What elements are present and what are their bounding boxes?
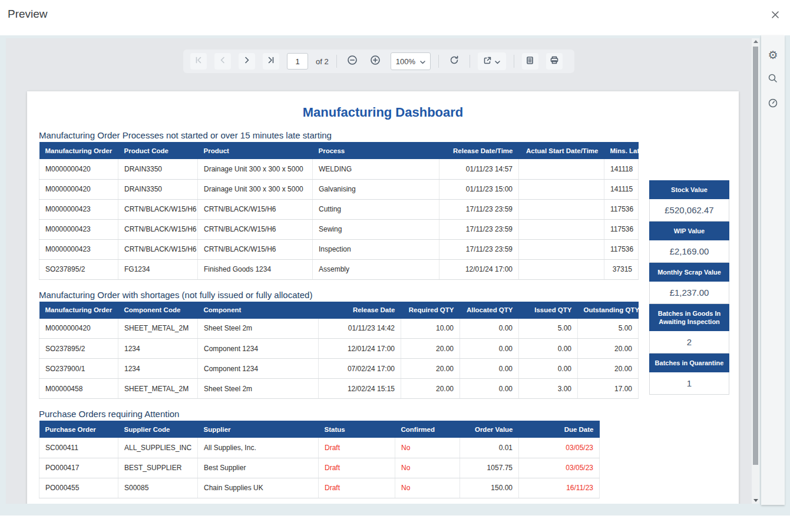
table-row: M0000000423CRTN/BLACK/W15/H6CRTN/BLACK/W… <box>39 199 639 219</box>
table-cell: CRTN/BLACK/W15/H6 <box>198 219 313 239</box>
last-page-icon <box>267 56 275 67</box>
page-count-label: of 2 <box>316 57 329 66</box>
print-icon <box>550 55 559 67</box>
previous-page-icon <box>219 56 227 67</box>
zoom-in-icon <box>370 55 381 68</box>
table-cell: CRTN/BLACK/W15/H6 <box>198 239 313 259</box>
kpi-card-value: £2,169.00 <box>649 240 729 263</box>
table-cell: SO237895/2 <box>39 339 118 359</box>
table-cell: SHEET_METAL_2M <box>118 379 198 399</box>
table-cell: 20.00 <box>578 359 639 379</box>
column-header: Component Code <box>118 302 198 319</box>
column-header: Due Date <box>519 421 600 438</box>
table-cell: Draft <box>319 478 395 498</box>
kpi-card-header: Monthly Scrap Value <box>649 263 729 282</box>
report-tables: Manufacturing Order Processes not starte… <box>39 130 739 498</box>
column-header: Manufacturing Order <box>39 142 118 159</box>
table-row: SO237900/11234Component 123407/02/24 17:… <box>39 359 639 379</box>
previous-page-button[interactable] <box>214 53 231 70</box>
toolbar-separator <box>470 55 470 68</box>
report-content: Manufacturing Order Processes not starte… <box>27 130 739 498</box>
report-title: Manufacturing Dashboard <box>27 105 739 120</box>
zoom-level-value: 100% <box>396 57 415 66</box>
vertical-scrollbar[interactable] <box>752 38 759 504</box>
table-cell: Drainage Unit 300 x 300 x 5000 <box>198 159 313 179</box>
table-cell: 0.00 <box>460 359 519 379</box>
table-cell: 0.01 <box>460 438 519 458</box>
zoom-level-select[interactable]: 100% <box>391 52 431 70</box>
table-cell: 0.00 <box>519 339 578 359</box>
table-cell: 37315 <box>604 259 639 279</box>
search-button[interactable] <box>761 67 785 92</box>
table-cell: Draft <box>319 438 395 458</box>
table-cell: 17/11/23 23:59 <box>439 199 519 219</box>
table-cell: No <box>395 478 460 498</box>
table-cell: 07/02/24 17:00 <box>319 359 401 379</box>
table-row: SO237895/2FG1234Finished Goods 1234Assem… <box>39 259 639 279</box>
zoom-out-button[interactable] <box>345 54 360 69</box>
gear-icon: ⚙ <box>768 49 778 61</box>
scrollbar-thumb[interactable] <box>753 47 758 465</box>
table-cell: M0000000420 <box>39 179 118 199</box>
table-cell <box>519 239 604 259</box>
table-cell: Component 1234 <box>198 339 319 359</box>
modal-header: Preview <box>0 0 790 35</box>
first-page-button[interactable] <box>190 53 207 70</box>
table-cell: S00085 <box>118 478 198 498</box>
close-icon[interactable] <box>769 9 781 21</box>
table-cell: 12/01/24 17:00 <box>319 339 401 359</box>
table-cell: 10.00 <box>401 319 460 339</box>
table-cell: Sewing <box>313 219 439 239</box>
viewer-toolbar: of 2 100% <box>183 49 574 73</box>
kpi-card-value: 2 <box>649 331 729 353</box>
report-table: Manufacturing OrderProduct CodeProductPr… <box>39 142 639 280</box>
table-cell: CRTN/BLACK/W15/H6 <box>198 199 313 219</box>
settings-button[interactable]: ⚙ <box>761 42 785 67</box>
last-page-button[interactable] <box>263 53 279 70</box>
scroll-down-arrow-icon[interactable] <box>753 499 758 502</box>
kpi-card-header: Batches in Quarantine <box>649 353 729 372</box>
kpi-card-value: 1 <box>649 372 729 395</box>
table-cell: DRAIN3350 <box>118 159 198 179</box>
column-header: Purchase Order <box>39 421 118 438</box>
table-cell <box>519 259 604 279</box>
table-cell: 03/05/23 <box>519 458 600 478</box>
section-title: Manufacturing Order Processes not starte… <box>39 130 739 140</box>
table-cell: CRTN/BLACK/W15/H6 <box>118 199 198 219</box>
table-cell: Chain Supplies UK <box>198 478 319 498</box>
print-button[interactable] <box>546 53 563 70</box>
table-cell <box>519 219 604 239</box>
modal-title: Preview <box>8 8 48 21</box>
zoom-in-button[interactable] <box>368 54 383 69</box>
table-row: SC000411ALL_SUPPLIES_INCAll Supplies, In… <box>39 438 600 458</box>
table-cell: Component 1234 <box>198 359 319 379</box>
table-row: SO237895/21234Component 123412/01/24 17:… <box>39 339 639 359</box>
table-row: M0000000423CRTN/BLACK/W15/H6CRTN/BLACK/W… <box>39 219 639 239</box>
page-number-input[interactable] <box>287 53 308 70</box>
document-view-button[interactable] <box>522 53 538 70</box>
table-cell: 117536 <box>604 239 639 259</box>
performance-button[interactable] <box>761 92 785 117</box>
table-row: PO000455S00085Chain Supplies UKDraftNo15… <box>39 478 600 498</box>
table-cell: 16/11/23 <box>519 478 600 498</box>
zoom-chevron-down-icon <box>420 57 425 66</box>
table-row: PO000417BEST_SUPPLIERBest SupplierDraftN… <box>39 458 600 478</box>
export-chevron-down-icon <box>495 56 500 67</box>
table-cell: CRTN/BLACK/W15/H6 <box>118 239 198 259</box>
refresh-button[interactable] <box>447 54 462 69</box>
table-cell: 0.00 <box>519 359 578 379</box>
table-cell: 3.00 <box>519 379 578 399</box>
export-button[interactable] <box>478 52 506 70</box>
column-header: Product <box>198 142 313 159</box>
table-cell: No <box>395 438 460 458</box>
column-header: Manufacturing Order <box>39 302 118 319</box>
scroll-up-arrow-icon[interactable] <box>753 40 758 43</box>
table-cell: 12/01/24 17:00 <box>439 259 519 279</box>
kpi-card-value: £1,237.00 <box>649 282 729 304</box>
next-page-button[interactable] <box>239 53 255 70</box>
toolbar-separator <box>514 55 514 68</box>
table-cell: 141118 <box>604 159 639 179</box>
column-header: Order Value <box>460 421 519 438</box>
viewer-scroll-area: of 2 100% <box>6 38 752 504</box>
column-header: Actual Start Date/Time <box>519 142 604 159</box>
